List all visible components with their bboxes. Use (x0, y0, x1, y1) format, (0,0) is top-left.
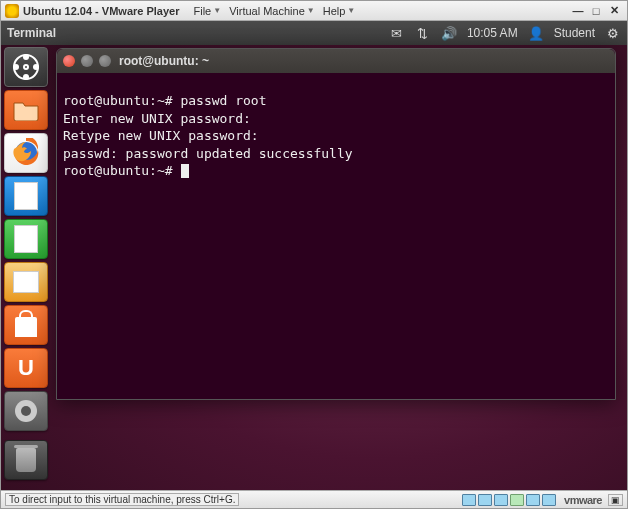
terminal-line: root@ubuntu:~# (63, 163, 189, 178)
terminal-line: Retype new UNIX password: (63, 128, 259, 143)
device-cd-icon[interactable] (478, 494, 492, 506)
ubuntu-top-panel: Terminal ✉ ⇅ 🔊 10:05 AM 👤 Student ⚙ (1, 21, 627, 45)
menu-virtual-machine[interactable]: Virtual Machine▼ (229, 5, 315, 17)
terminal-titlebar[interactable]: root@ubuntu: ~ (57, 49, 615, 73)
user-icon: 👤 (528, 25, 544, 41)
device-icons[interactable] (462, 494, 556, 506)
vmware-titlebar: Ubuntu 12.04 - VMware Player File▼ Virtu… (1, 1, 627, 21)
statusbar-menu-icon[interactable]: ▣ (608, 494, 623, 506)
launcher-files[interactable] (4, 90, 48, 130)
unity-launcher: U (4, 47, 52, 480)
close-button[interactable]: ✕ (605, 4, 623, 18)
launcher-trash[interactable] (4, 440, 48, 480)
device-printer-icon[interactable] (542, 494, 556, 506)
launcher-software-center[interactable] (4, 305, 48, 345)
network-icon[interactable]: ⇅ (415, 25, 431, 41)
cursor-icon (181, 164, 189, 178)
terminal-line: root@ubuntu:~# passwd root (63, 93, 267, 108)
user-label[interactable]: Student (554, 26, 595, 40)
minimize-button[interactable]: — (569, 4, 587, 18)
vm-title: Ubuntu 12.04 - VMware Player (23, 5, 180, 17)
mail-icon[interactable]: ✉ (389, 25, 405, 41)
terminal-title: root@ubuntu: ~ (119, 54, 209, 68)
ubuntu-desktop: Terminal ✉ ⇅ 🔊 10:05 AM 👤 Student ⚙ (1, 21, 627, 490)
menu-help[interactable]: Help▼ (323, 5, 356, 17)
launcher-calc[interactable] (4, 219, 48, 259)
device-hdd-icon[interactable] (462, 494, 476, 506)
terminal-line: passwd: password updated successfully (63, 146, 353, 161)
vmware-statusbar: To direct input to this virtual machine,… (1, 490, 627, 508)
launcher-dash[interactable] (4, 47, 48, 87)
vmware-icon (5, 4, 19, 18)
active-app-label: Terminal (7, 26, 56, 40)
window-minimize-icon[interactable] (81, 55, 93, 67)
terminal-line: Enter new UNIX password: (63, 111, 251, 126)
launcher-firefox[interactable] (4, 133, 48, 173)
window-maximize-icon[interactable] (99, 55, 111, 67)
menu-file[interactable]: File▼ (194, 5, 222, 17)
terminal-body[interactable]: root@ubuntu:~# passwd root Enter new UNI… (57, 73, 615, 399)
status-hint: To direct input to this virtual machine,… (5, 493, 239, 506)
clock[interactable]: 10:05 AM (467, 26, 518, 40)
device-net-icon[interactable] (494, 494, 508, 506)
launcher-impress[interactable] (4, 262, 48, 302)
launcher-ubuntu-one[interactable]: U (4, 348, 48, 388)
vmware-logo: vmware (564, 494, 602, 506)
launcher-writer[interactable] (4, 176, 48, 216)
launcher-settings[interactable] (4, 391, 48, 431)
maximize-button[interactable]: □ (587, 4, 605, 18)
device-usb-icon[interactable] (510, 494, 524, 506)
volume-icon[interactable]: 🔊 (441, 25, 457, 41)
power-icon[interactable]: ⚙ (605, 25, 621, 41)
terminal-window: root@ubuntu: ~ root@ubuntu:~# passwd roo… (56, 48, 616, 400)
device-sound-icon[interactable] (526, 494, 540, 506)
window-close-icon[interactable] (63, 55, 75, 67)
